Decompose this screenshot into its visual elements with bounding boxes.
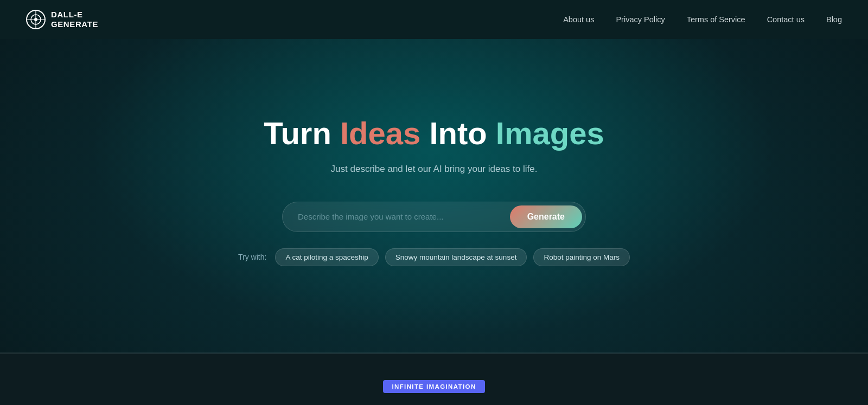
header: DALL-E GENERATE About us Privacy Policy … bbox=[0, 0, 868, 39]
hero-section: Turn Ideas Into Images Just describe and… bbox=[0, 39, 868, 353]
nav-contact[interactable]: Contact us bbox=[767, 15, 805, 24]
logo-text: DALL-E GENERATE bbox=[51, 10, 98, 29]
search-bar: Generate bbox=[282, 202, 586, 232]
chip-0[interactable]: A cat piloting a spaceship bbox=[275, 248, 378, 266]
search-input[interactable] bbox=[298, 208, 510, 226]
bottom-section: INFINITE IMAGINATION DALL-E: A NEW DOOR … bbox=[0, 353, 868, 405]
nav-about[interactable]: About us bbox=[563, 15, 594, 24]
logo-icon bbox=[26, 10, 46, 29]
nav-blog[interactable]: Blog bbox=[826, 15, 842, 24]
try-with-label: Try with: bbox=[238, 253, 266, 261]
logo: DALL-E GENERATE bbox=[26, 10, 98, 29]
nav-privacy[interactable]: Privacy Policy bbox=[616, 15, 665, 24]
infinite-imagination-badge: INFINITE IMAGINATION bbox=[383, 380, 484, 393]
chip-1[interactable]: Snowy mountain landscape at sunset bbox=[385, 248, 527, 266]
generate-button[interactable]: Generate bbox=[510, 205, 582, 228]
try-with-row: Try with: A cat piloting a spaceship Sno… bbox=[238, 248, 630, 266]
chip-2[interactable]: Robot painting on Mars bbox=[533, 248, 630, 266]
main-nav: About us Privacy Policy Terms of Service… bbox=[563, 15, 842, 24]
hero-title: Turn Ideas Into Images bbox=[264, 115, 604, 152]
nav-terms[interactable]: Terms of Service bbox=[687, 15, 745, 24]
svg-point-4 bbox=[34, 18, 37, 21]
hero-subtitle: Just describe and let our AI bring your … bbox=[331, 164, 538, 175]
